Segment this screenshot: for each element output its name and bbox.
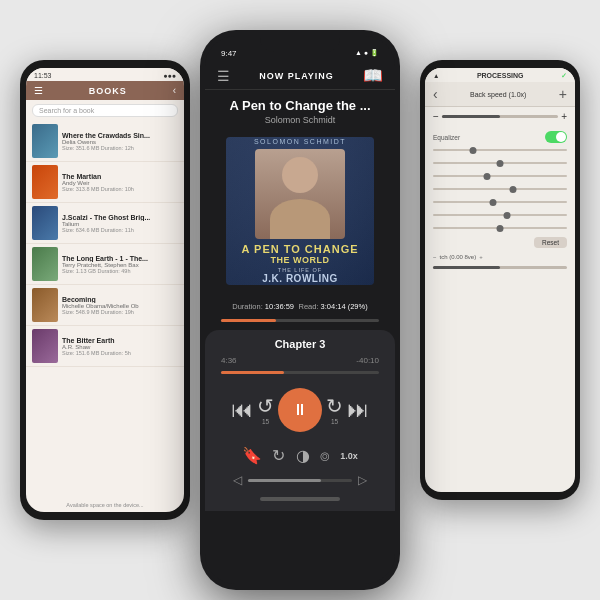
- book-info: The Long Earth - 1 - The... Terry Pratch…: [62, 255, 178, 274]
- cover-author-top: SOLOMON SCHMIDT: [254, 138, 346, 145]
- chapter-progress-track[interactable]: [221, 371, 379, 374]
- fast-fwd-button[interactable]: ⏭: [347, 397, 369, 423]
- center-time: 9:47: [221, 49, 237, 58]
- center-cover: SOLOMON SCHMIDT A PEN TO CHANGE THE WORL…: [226, 137, 374, 285]
- vol-high-icon: ▷: [358, 473, 367, 487]
- main-progress-track[interactable]: [221, 319, 379, 322]
- center-nav: ☰ NOW PLAYING 📖: [205, 62, 395, 90]
- time-remaining: -40:10: [356, 356, 379, 365]
- skip-fwd-button[interactable]: ↻: [326, 394, 343, 418]
- scene: 11:53 ●●● ☰ BOOKS ‹ Search for a book Wh…: [10, 10, 590, 590]
- volume-fill: [248, 479, 321, 482]
- search-bar[interactable]: Search for a book: [32, 104, 178, 117]
- read-value: 3:04:14 (29%): [321, 302, 368, 311]
- duration-label: Duration:: [232, 302, 265, 311]
- right-wifi-icon: ▲: [433, 72, 439, 80]
- notch: [260, 30, 340, 52]
- now-playing-label: NOW PLAYING: [259, 71, 334, 81]
- book-list: Where the Crawdads Sin... Delia Owens Si…: [26, 121, 184, 367]
- book-meta: Size: 151.6 MB Duration: 5h: [62, 350, 178, 356]
- book-meta: Size: 351.6 MB Duration: 12h: [62, 145, 178, 151]
- book-thumbnail: [32, 165, 58, 199]
- pause-button[interactable]: ⏸: [278, 388, 322, 432]
- pitch-minus[interactable]: −: [433, 254, 437, 260]
- right-phone: ▲ PROCESSING ✓ ‹ Back speed (1.0x) + − +: [420, 60, 580, 500]
- menu-icon[interactable]: ☰: [34, 85, 43, 96]
- list-item[interactable]: The Bitter Earth A.R. Shaw Size: 151.6 M…: [26, 326, 184, 367]
- menu-nav-icon[interactable]: ☰: [217, 68, 230, 84]
- eq-track-3[interactable]: [433, 175, 567, 177]
- book-info: J.Scalzi - The Ghost Brig... Talium Size…: [62, 214, 178, 233]
- skip-back-control: ↺ 15: [257, 394, 274, 426]
- cover-face-image: [255, 149, 345, 239]
- eq-row-4: [433, 183, 567, 195]
- eq-track-5[interactable]: [433, 201, 567, 203]
- right-plus-icon[interactable]: +: [559, 86, 567, 102]
- book-thumbnail: [32, 247, 58, 281]
- book-info: Where the Crawdads Sin... Delia Owens Si…: [62, 132, 178, 151]
- right-check-icon: ✓: [561, 72, 567, 80]
- left-phone: 11:53 ●●● ☰ BOOKS ‹ Search for a book Wh…: [20, 60, 190, 520]
- vol-low-icon: ◁: [233, 473, 242, 487]
- speed-slider[interactable]: [442, 115, 558, 118]
- book-meta: Size: 1.13 GB Duration: 49h: [62, 268, 178, 274]
- eq-track-2[interactable]: [433, 162, 567, 164]
- book-title: J.Scalzi - The Ghost Brig...: [62, 214, 178, 221]
- list-item[interactable]: Becoming Michelle Obama/Michelle Ob Size…: [26, 285, 184, 326]
- main-progress-fill: [221, 319, 276, 322]
- pitch-plus[interactable]: +: [479, 254, 483, 260]
- right-phone-screen: ▲ PROCESSING ✓ ‹ Back speed (1.0x) + − +: [425, 68, 575, 492]
- center-title-area: A Pen to Change the ... Solomon Schmidt: [205, 90, 395, 129]
- list-item[interactable]: J.Scalzi - The Ghost Brig... Talium Size…: [26, 203, 184, 244]
- left-header: ☰ BOOKS ‹: [26, 81, 184, 100]
- eq-track-4[interactable]: [433, 188, 567, 190]
- controls-row: ⏮ ↺ 15 ⏸ ↻ 15 ⏭: [221, 384, 379, 436]
- book-nav-icon[interactable]: 📖: [363, 66, 383, 85]
- fast-fwd-icon: ⏭: [347, 397, 369, 423]
- volume-track[interactable]: [248, 479, 352, 482]
- skip-fwd-control: ↻ 15: [326, 394, 343, 426]
- eq-row-7: [433, 222, 567, 234]
- right-back-icon[interactable]: ‹: [433, 86, 438, 102]
- book-thumbnail: [32, 288, 58, 322]
- bookmark-button[interactable]: 🔖: [242, 446, 262, 465]
- read-label: Read:: [298, 302, 320, 311]
- left-status-bar: 11:53 ●●●: [26, 68, 184, 81]
- eq-label-row: Equalizer: [433, 131, 567, 143]
- airplay-button[interactable]: ⌾: [320, 447, 330, 465]
- eq-row-3: [433, 170, 567, 182]
- speed-plus[interactable]: +: [561, 111, 567, 122]
- pause-icon: ⏸: [292, 401, 308, 419]
- list-item[interactable]: The Long Earth - 1 - The... Terry Pratch…: [26, 244, 184, 285]
- eq-row-2: [433, 157, 567, 169]
- speed-minus[interactable]: −: [433, 111, 439, 122]
- pitch-slider[interactable]: [433, 266, 567, 269]
- rewind-button[interactable]: ⏮: [231, 397, 253, 423]
- eq-track-1[interactable]: [433, 149, 567, 151]
- back-icon[interactable]: ‹: [173, 85, 176, 96]
- eq-track-7[interactable]: [433, 227, 567, 229]
- eq-row-6: [433, 209, 567, 221]
- book-meta: Size: 548.9 MB Duration: 19h: [62, 309, 178, 315]
- center-phone: 9:47 ▲ ● 🔋 ☰ NOW PLAYING 📖 A Pen to Chan…: [200, 30, 400, 590]
- book-title: The Bitter Earth: [62, 337, 178, 344]
- eq-track-6[interactable]: [433, 214, 567, 216]
- skip-back-button[interactable]: ↺: [257, 394, 274, 418]
- book-title: Where the Crawdads Sin...: [62, 132, 178, 139]
- reset-button[interactable]: Reset: [534, 237, 567, 248]
- center-phone-screen: 9:47 ▲ ● 🔋 ☰ NOW PLAYING 📖 A Pen to Chan…: [205, 36, 395, 584]
- book-thumbnail: [32, 206, 58, 240]
- center-progress-area: [205, 315, 395, 322]
- speed-button[interactable]: 1.0x: [340, 451, 358, 461]
- book-thumbnail: [32, 329, 58, 363]
- list-item[interactable]: Where the Crawdads Sin... Delia Owens Si…: [26, 121, 184, 162]
- list-item[interactable]: The Martian Andy Weir Size: 313.8 MB Dur…: [26, 162, 184, 203]
- moon-button[interactable]: ◑: [296, 446, 310, 465]
- refresh-button[interactable]: ↻: [272, 446, 285, 465]
- equalizer-toggle[interactable]: [545, 131, 567, 143]
- left-time: 11:53: [34, 72, 52, 79]
- book-title: The Long Earth - 1 - The...: [62, 255, 178, 262]
- time-elapsed: 4:36: [221, 356, 237, 365]
- right-header: ‹ Back speed (1.0x) +: [425, 82, 575, 107]
- eq-sliders: [425, 144, 575, 234]
